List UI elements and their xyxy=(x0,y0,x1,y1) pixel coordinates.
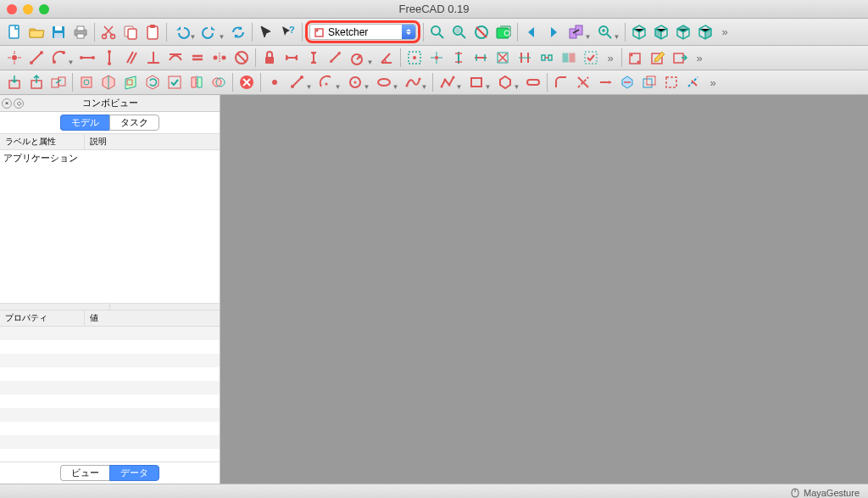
select-origin-button[interactable] xyxy=(426,48,447,68)
reorient-button[interactable] xyxy=(142,72,163,92)
new-sketch-button[interactable] xyxy=(626,48,646,68)
refresh-button[interactable] xyxy=(228,22,248,42)
new-document-button[interactable] xyxy=(4,22,25,42)
svg-point-16 xyxy=(431,26,440,35)
open-document-button[interactable] xyxy=(26,22,47,42)
view-front-button[interactable] xyxy=(651,22,671,42)
select-conflicting-button[interactable] xyxy=(515,48,535,68)
create-rect-button[interactable]: ▼ xyxy=(465,72,492,92)
external-geom-button[interactable] xyxy=(617,72,637,92)
select-vaxis-button[interactable] xyxy=(448,48,469,68)
sketch-point-button[interactable] xyxy=(4,48,25,68)
create-arc2-button[interactable]: ▼ xyxy=(315,72,342,92)
save-document-button[interactable] xyxy=(48,22,69,42)
constraint-angle-button[interactable] xyxy=(376,48,397,68)
zoom-fit-button[interactable] xyxy=(427,22,448,42)
view-sketch-button[interactable] xyxy=(76,72,97,92)
svg-rect-78 xyxy=(647,76,655,85)
view-top-button[interactable] xyxy=(673,22,693,42)
create-polyline-button[interactable]: ▼ xyxy=(437,72,464,92)
nav-forward-button[interactable] xyxy=(543,22,564,42)
toolbar-overflow-1[interactable]: » xyxy=(716,25,733,38)
sketch-hline-button[interactable] xyxy=(77,48,97,68)
whats-this-button[interactable]: ? xyxy=(278,22,298,42)
create-point-button[interactable] xyxy=(264,72,285,92)
construction-button[interactable] xyxy=(661,72,682,92)
copy-button[interactable] xyxy=(120,22,141,42)
select-all-button[interactable] xyxy=(581,48,601,68)
svg-point-72 xyxy=(443,79,446,81)
nav-back-button[interactable] xyxy=(521,22,542,42)
create-bspline-button[interactable]: ▼ xyxy=(402,72,429,92)
link-docs-button[interactable]: ▼ xyxy=(565,22,593,42)
create-line-button[interactable]: ▼ xyxy=(287,72,314,92)
constraint-dist-button[interactable] xyxy=(326,48,346,68)
toolbar-overflow-3[interactable]: » xyxy=(704,76,721,89)
print-button[interactable] xyxy=(70,22,91,42)
show-all-button[interactable] xyxy=(559,48,579,68)
leave-sketch-button[interactable] xyxy=(670,48,690,68)
redo-button[interactable]: ▼ xyxy=(199,22,226,42)
view-right-button[interactable] xyxy=(695,22,715,42)
close-panel-icon[interactable]: × xyxy=(2,98,12,109)
tab-model[interactable]: モデル xyxy=(60,115,109,131)
tab-view[interactable]: ビュー xyxy=(60,465,109,481)
zoom-dropdown-button[interactable]: ▼ xyxy=(594,22,621,42)
view-section-button[interactable] xyxy=(98,72,119,92)
fillet-button[interactable] xyxy=(551,72,571,92)
toolbar-overflow-2b[interactable]: » xyxy=(691,52,708,64)
tab-task[interactable]: タスク xyxy=(109,115,159,131)
select-haxis-button[interactable] xyxy=(470,48,491,68)
carbon-copy-button[interactable] xyxy=(639,72,659,92)
select-constraints-button[interactable] xyxy=(404,48,425,68)
sketch-equal-button[interactable] xyxy=(187,48,208,68)
edit-sketch-button[interactable] xyxy=(648,48,668,68)
create-slot-button[interactable] xyxy=(523,72,543,92)
cut-button[interactable] xyxy=(98,22,119,42)
extend-button[interactable] xyxy=(595,72,615,92)
sketch-symmetric-button[interactable] xyxy=(209,48,230,68)
sketch-tangent-button[interactable] xyxy=(165,48,186,68)
mirror-button[interactable] xyxy=(186,72,207,92)
toggle-construction-button[interactable] xyxy=(683,72,704,92)
validate-button[interactable] xyxy=(164,72,185,92)
sketch-vline-button[interactable] xyxy=(99,48,120,68)
trim-button[interactable] xyxy=(573,72,593,92)
create-conic-button[interactable]: ▼ xyxy=(373,72,400,92)
zoom-selection-button[interactable] xyxy=(449,22,470,42)
tree-root-item[interactable]: アプリケーション xyxy=(3,152,216,165)
cursor-button[interactable] xyxy=(256,22,276,42)
create-poly-button[interactable]: ▼ xyxy=(494,72,521,92)
draw-style-button[interactable] xyxy=(471,22,492,42)
select-elements-button[interactable] xyxy=(537,48,557,68)
create-circle-button[interactable]: ▼ xyxy=(344,72,371,92)
select-redundant-button[interactable] xyxy=(492,48,513,68)
constraint-vdist-button[interactable] xyxy=(303,48,324,68)
viewport-3d[interactable] xyxy=(220,95,868,484)
constraint-hdist-button[interactable] xyxy=(281,48,302,68)
nav-style-label[interactable]: MayaGesture xyxy=(804,488,860,498)
constraint-lock-button[interactable] xyxy=(259,48,280,68)
merge-sketch-button[interactable] xyxy=(48,72,69,92)
stop-button[interactable] xyxy=(236,72,257,92)
sketch-parallel-button[interactable] xyxy=(121,48,142,68)
constraint-radius-button[interactable]: ▼ xyxy=(348,48,375,68)
map-sketch-button[interactable] xyxy=(120,72,141,92)
toolbar-overflow-2[interactable]: » xyxy=(602,52,619,64)
workbench-selector[interactable]: Sketcher xyxy=(309,24,416,40)
export-button[interactable] xyxy=(26,72,47,92)
paste-button[interactable] xyxy=(142,22,163,42)
undo-button[interactable]: ▼ xyxy=(170,22,198,42)
splitter[interactable]: ⋮ xyxy=(0,303,220,311)
merge-button[interactable] xyxy=(209,72,229,92)
import-button[interactable] xyxy=(4,72,25,92)
bounding-box-button[interactable] xyxy=(493,22,514,42)
tab-data[interactable]: データ xyxy=(109,465,159,481)
sketch-line-button[interactable] xyxy=(26,48,47,68)
sketch-block-button[interactable] xyxy=(231,48,252,68)
view-iso-button[interactable] xyxy=(629,22,649,42)
tree-body[interactable]: アプリケーション xyxy=(0,150,220,303)
sketch-perp-button[interactable] xyxy=(143,48,164,68)
sketch-arc-button[interactable]: ▼ xyxy=(48,48,75,68)
undock-panel-icon[interactable]: ◇ xyxy=(14,98,24,109)
